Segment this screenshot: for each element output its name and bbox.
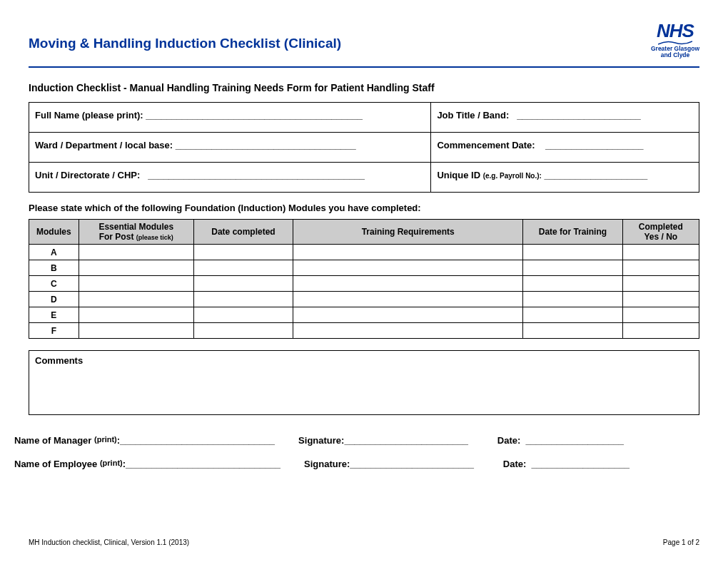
- cell-date-for-training[interactable]: [523, 276, 623, 292]
- details-table: Full Name (please print): ______________…: [29, 102, 699, 193]
- module-row-b: B: [29, 260, 699, 276]
- cell-training-req[interactable]: [293, 292, 523, 307]
- date-label: Date:: [497, 435, 521, 446]
- unique-id-paren: (e.g. Payroll No.):: [483, 172, 542, 180]
- full-name-label: Full Name (please print):: [35, 110, 143, 121]
- cell-date-completed[interactable]: [193, 292, 293, 307]
- cell-date-completed[interactable]: [193, 276, 293, 292]
- unit-line: ________________________________________…: [148, 170, 365, 180]
- module-label: A: [29, 245, 79, 260]
- hdr-date-completed: Date completed: [193, 219, 293, 245]
- hdr-completed-l2: Yes / No: [644, 232, 677, 242]
- module-label: B: [29, 260, 79, 276]
- manager-sig-line[interactable]: ________________________: [344, 435, 487, 446]
- module-row-a: A: [29, 245, 699, 260]
- employee-name-line[interactable]: ______________________________: [126, 459, 304, 469]
- cell-training-req[interactable]: [293, 260, 523, 276]
- hdr-completed-l1: Completed: [639, 222, 683, 232]
- cell-date-for-training[interactable]: [523, 260, 623, 276]
- cell-training-req[interactable]: [293, 245, 523, 260]
- cell-date-for-training[interactable]: [523, 307, 623, 323]
- date-label: Date:: [503, 459, 527, 469]
- cell-completed[interactable]: [622, 323, 699, 339]
- cell-completed[interactable]: [622, 292, 699, 307]
- comments-label: Comments: [35, 355, 83, 366]
- cell-completed[interactable]: [622, 276, 699, 292]
- manager-signature-line: Name of Manager (print) : ______________…: [14, 435, 699, 446]
- manager-name-line[interactable]: ______________________________: [120, 435, 298, 446]
- cell-completed[interactable]: [622, 245, 699, 260]
- commencement-label: Commencement Date:: [437, 140, 535, 150]
- module-row-d: D: [29, 292, 699, 307]
- cell-completed[interactable]: [622, 307, 699, 323]
- employee-sig-line[interactable]: ________________________: [350, 459, 492, 469]
- employee-signature-line: Name of Employee (print) : _____________…: [14, 459, 699, 469]
- cell-essential[interactable]: [79, 323, 193, 339]
- module-label: D: [29, 292, 79, 307]
- logo-sub-line2: and Clyde: [651, 52, 699, 58]
- section-subtitle: Induction Checklist - Manual Handling Tr…: [29, 82, 699, 93]
- field-job-title[interactable]: Job Title / Band: ______________________…: [431, 102, 699, 132]
- hdr-date-for-training: Date for Training: [523, 219, 623, 245]
- ward-line: ___________________________________: [176, 140, 356, 150]
- unique-id-label: Unique ID: [437, 170, 480, 180]
- field-ward[interactable]: Ward / Department / local base: ________…: [29, 132, 431, 162]
- footer-left: MH Induction checklist, Clinical, Versio…: [29, 538, 189, 546]
- cell-date-completed[interactable]: [193, 260, 293, 276]
- modules-table: Modules Essential Modules For Post (plea…: [29, 219, 699, 339]
- cell-date-completed[interactable]: [193, 307, 293, 323]
- module-label: C: [29, 276, 79, 292]
- header-row: Moving & Handling Induction Checklist (C…: [29, 21, 699, 59]
- cell-date-completed[interactable]: [193, 245, 293, 260]
- cell-essential[interactable]: [79, 260, 193, 276]
- manager-print-paren: (print): [94, 435, 117, 446]
- employee-print-paren: (print): [100, 459, 123, 469]
- cell-completed[interactable]: [622, 260, 699, 276]
- footer-right: Page 1 of 2: [663, 538, 699, 546]
- hdr-modules: Modules: [29, 219, 79, 245]
- module-row-e: E: [29, 307, 699, 323]
- comments-table: Comments: [29, 350, 699, 415]
- cell-training-req[interactable]: [293, 323, 523, 339]
- hdr-training-req: Training Requirements: [293, 219, 523, 245]
- cell-training-req[interactable]: [293, 276, 523, 292]
- signature-label: Signature:: [298, 435, 344, 446]
- unit-label: Unit / Directorate / CHP:: [35, 170, 140, 180]
- cell-date-completed[interactable]: [193, 323, 293, 339]
- module-row-f: F: [29, 323, 699, 339]
- manager-date-line[interactable]: ___________________: [526, 435, 637, 446]
- field-commencement[interactable]: Commencement Date: ___________________: [431, 132, 699, 162]
- cell-date-for-training[interactable]: [523, 323, 623, 339]
- unique-id-line: ____________________: [545, 170, 648, 180]
- instructions-text: Please state which of the following Foun…: [29, 203, 699, 213]
- footer: MH Induction checklist, Clinical, Versio…: [29, 538, 699, 546]
- field-unique-id[interactable]: Unique ID (e.g. Payroll No.): __________…: [431, 162, 699, 192]
- page-title: Moving & Handling Induction Checklist (C…: [29, 36, 341, 51]
- job-title-line: ________________________: [517, 110, 641, 121]
- hdr-essential: Essential Modules For Post (please tick): [79, 219, 193, 245]
- full-name-line: ________________________________________…: [146, 110, 363, 121]
- cell-date-for-training[interactable]: [523, 245, 623, 260]
- field-unit[interactable]: Unit / Directorate / CHP: ______________…: [29, 162, 431, 192]
- cell-training-req[interactable]: [293, 307, 523, 323]
- hdr-essential-l2: For Post: [99, 232, 134, 242]
- hdr-completed: Completed Yes / No: [622, 219, 699, 245]
- manager-label: Name of Manager: [14, 435, 91, 446]
- cell-essential[interactable]: [79, 292, 193, 307]
- title-underline: [29, 66, 699, 68]
- cell-essential[interactable]: [79, 245, 193, 260]
- cell-essential[interactable]: [79, 276, 193, 292]
- hdr-essential-paren: (please tick): [136, 234, 173, 241]
- module-row-c: C: [29, 276, 699, 292]
- ward-label: Ward / Department / local base:: [35, 140, 173, 150]
- job-title-label: Job Title / Band:: [437, 110, 509, 121]
- hdr-essential-l1: Essential Modules: [98, 222, 173, 232]
- employee-date-line[interactable]: ___________________: [532, 459, 642, 469]
- commencement-line: ___________________: [545, 140, 643, 150]
- cell-essential[interactable]: [79, 307, 193, 323]
- modules-header-row: Modules Essential Modules For Post (plea…: [29, 219, 699, 245]
- comments-cell[interactable]: Comments: [29, 351, 699, 415]
- nhs-logo: NHS Greater Glasgow and Clyde: [651, 21, 699, 59]
- field-full-name[interactable]: Full Name (please print): ______________…: [29, 102, 431, 132]
- cell-date-for-training[interactable]: [523, 292, 623, 307]
